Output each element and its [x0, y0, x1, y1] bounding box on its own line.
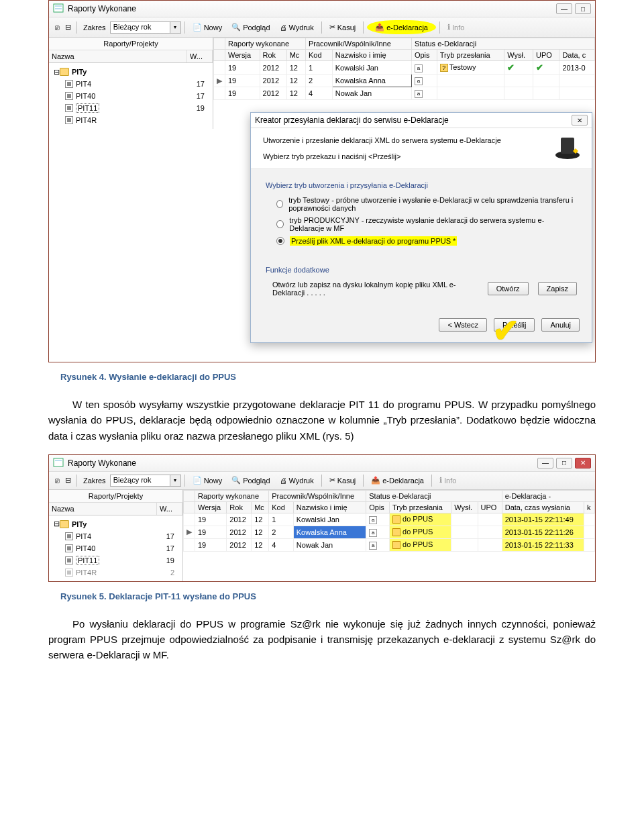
wizard-func-text: Otwórz lub zapisz na dysku lokalnym kopi… [272, 281, 478, 297]
app-icon [53, 457, 68, 469]
body-paragraph-1: W ten sposób wysyłamy wszystkie przygoto… [48, 397, 596, 444]
folder-icon [60, 68, 69, 76]
info-icon: ℹ [447, 23, 450, 32]
main-toolbar: ⎚ ⊟ Zakres Bieżący rok ▾ 📄Nowy 🔍Podgląd … [49, 17, 595, 38]
reports-grid[interactable]: Raporty wykonane Pracownik/Wspólnik/Inne… [183, 490, 595, 552]
edeklaracja-icon: 📤 [375, 23, 384, 32]
projects-header: Raporty/Projekty [49, 38, 213, 50]
save-button[interactable]: Zapisz [538, 282, 577, 295]
send-button[interactable]: Prześlij [494, 318, 535, 332]
close-button[interactable]: ✕ [575, 458, 591, 468]
print-icon: 🖨 [280, 23, 287, 32]
back-button[interactable]: < Wstecz [439, 318, 487, 332]
window-titlebar: Raporty Wykonane — □ ✕ [49, 455, 595, 472]
delete-button[interactable]: ✂Kasuj [325, 475, 360, 486]
new-button[interactable]: 📄Nowy [189, 475, 227, 486]
form-icon [65, 80, 73, 88]
tree-item[interactable]: PIT4R [53, 114, 209, 126]
range-label: Zakres [83, 23, 106, 32]
projects-panel: Raporty/Projekty Nazwa W... ⊟ PITy PIT41… [49, 38, 213, 129]
minimize-button[interactable]: — [537, 458, 553, 468]
grid-row-selected[interactable]: ▶ 19201212 2Kowalska Anna a [214, 75, 595, 87]
wizard-line2: Wybierz tryb przekazu i naciśnij <Prześl… [263, 152, 580, 160]
preview-button[interactable]: 🔍Podgląd [227, 21, 274, 33]
info-button[interactable]: ℹInfo [435, 475, 460, 486]
cancel-button[interactable]: Anuluj [541, 318, 580, 332]
tree-expand-icon[interactable]: ⎚ [53, 477, 62, 485]
range-label: Zakres [83, 477, 106, 485]
note-icon[interactable]: a [415, 64, 423, 72]
wizard-title: Kreator przesyłania deklaracji do serwis… [255, 115, 449, 125]
maximize-button[interactable]: □ [575, 3, 591, 14]
edeklaracja-button[interactable]: 📤e-Deklaracja [367, 475, 428, 486]
window-titlebar: Raporty Wykonane — □ [49, 1, 595, 17]
tree-item-selected[interactable]: PIT1119 [53, 554, 178, 566]
tree-item[interactable]: PIT4017 [53, 90, 209, 102]
window-title: Raporty Wykonane [68, 4, 136, 13]
preview-button[interactable]: 🔍Podgląd [227, 475, 274, 486]
note-icon[interactable]: a [415, 90, 423, 98]
minimize-button[interactable]: — [556, 3, 572, 14]
projects-columns: Nazwa W... [49, 50, 213, 63]
tree-expand-icon[interactable]: ⎚ [53, 23, 62, 32]
edeklaracja-button[interactable]: 📤e-Deklaracja [371, 21, 432, 33]
tree-item-selected[interactable]: PIT1119 [53, 102, 209, 114]
grid-row-selected[interactable]: ▶ 19201212 2Kowalska Anna a do PPUS 2013… [184, 526, 595, 538]
wizard-dialog: Kreator przesyłania deklaracji do serwis… [250, 112, 592, 343]
new-button[interactable]: 📄Nowy [189, 21, 227, 33]
chevron-down-icon[interactable]: ▾ [170, 475, 181, 487]
window-title: Raporty Wykonane [68, 458, 136, 468]
radio-icon[interactable] [276, 220, 284, 228]
scissors-icon: ✂ [329, 23, 335, 32]
tree-root[interactable]: ⊟PITy [53, 518, 178, 530]
open-button[interactable]: Otwórz [488, 282, 529, 295]
form-icon [65, 92, 73, 100]
projects-header: Raporty/Projekty [49, 490, 182, 503]
preview-icon: 🔍 [231, 23, 241, 32]
range-combo[interactable]: Bieżący rok ▾ [110, 21, 181, 34]
note-icon[interactable]: a [369, 516, 377, 524]
wizard-hat-icon [553, 134, 582, 160]
svg-rect-7 [55, 460, 62, 461]
print-button[interactable]: 🖨Wydruk [276, 22, 318, 33]
radio-icon-checked[interactable] [276, 237, 284, 245]
grid-row[interactable]: 19201212 4Nowak Jan a [214, 87, 595, 100]
radio-testowy[interactable]: tryb Testowy - próbne utworzenie i wysła… [276, 196, 577, 212]
grid-row[interactable]: 19201212 1Kowalski Jan a do PPUS 2013-01… [184, 513, 595, 526]
radio-ppus[interactable]: Prześlij plik XML e-deklaracji do progra… [276, 236, 577, 246]
tree-item[interactable]: PIT417 [53, 530, 178, 542]
grid-row[interactable]: 19201212 4Nowak Jan a do PPUS 2013-01-15… [184, 538, 595, 551]
tree-item[interactable]: PIT417 [53, 78, 209, 90]
projects-tree[interactable]: ⊟PITy PIT417 PIT4017 PIT1119 PIT4R2 [49, 515, 182, 581]
reports-grid[interactable]: Raporty wykonane Pracownik/Wspólnik/Inne… [213, 38, 595, 100]
note-icon[interactable]: a [369, 529, 377, 537]
svg-rect-6 [54, 458, 63, 466]
svg-rect-2 [55, 8, 62, 9]
grid-row[interactable]: 19201212 1Kowalski Jan a ?Testowy ✔✔2013… [214, 61, 595, 75]
chevron-down-icon[interactable]: ▾ [170, 21, 181, 34]
range-combo[interactable]: Bieżący rok ▾ [110, 475, 181, 487]
tree-item[interactable]: PIT4017 [53, 542, 178, 554]
info-button[interactable]: ℹInfo [443, 21, 468, 33]
maximize-button[interactable]: □ [556, 458, 572, 468]
figure-caption-4: Rysunek 4. Wysłanie e-deklaracji do PPUS [60, 372, 584, 382]
tree-collapse-icon[interactable]: ⊟ [63, 23, 73, 32]
radio-icon[interactable] [276, 200, 283, 208]
close-icon[interactable]: ✕ [572, 115, 588, 126]
screenshot-1: Raporty Wykonane — □ ⎚ ⊟ Zakres Bieżący … [48, 0, 596, 362]
form-icon [65, 569, 73, 577]
delete-button[interactable]: ✂Kasuj [325, 21, 360, 33]
form-icon [65, 116, 73, 124]
tree-collapse-icon[interactable]: ⊟ [63, 476, 73, 485]
print-button[interactable]: 🖨Wydruk [276, 475, 318, 486]
note-icon[interactable]: a [369, 542, 377, 550]
projects-tree[interactable]: ⊟ PITy PIT417 PIT4017 PIT1119 PIT4R [49, 63, 213, 129]
tree-item[interactable]: PIT4R2 [53, 566, 178, 579]
new-icon: 📄 [193, 476, 202, 485]
scissors-icon: ✂ [329, 476, 335, 485]
note-icon[interactable]: a [415, 77, 423, 85]
radio-produkcyjny[interactable]: tryb PRODUKCYJNY - rzeczywiste wysłanie … [276, 216, 577, 232]
tree-root[interactable]: ⊟ PITy [53, 66, 209, 78]
form-icon [65, 556, 73, 564]
figure-caption-5: Rysunek 5. Deklaracje PIT-11 wysłane do … [60, 591, 584, 601]
